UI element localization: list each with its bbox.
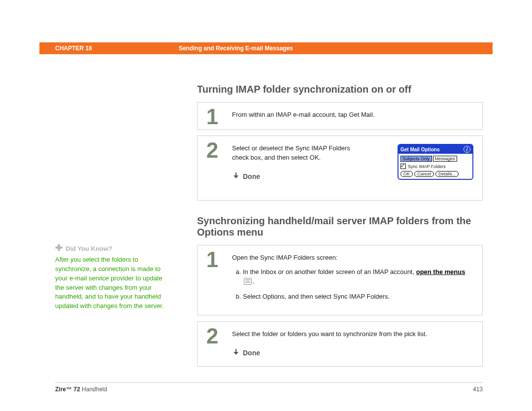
step-body: Select or deselect the Sync IMAP Folders… (232, 144, 355, 163)
product-name: Zire™ 72 Handheld (55, 386, 107, 393)
done-indicator: Done (232, 348, 473, 358)
gmo-sync-imap-checkbox[interactable]: Sync IMAP Folders (400, 164, 470, 169)
substep-a: In the Inbox or on another folder screen… (243, 268, 473, 286)
product-name-rest: Handheld (80, 386, 107, 393)
chapter-header: CHAPTER 18 Sending and Receiving E-mail … (39, 42, 493, 54)
section-b-step-2: 2 Select the folder or folders you want … (197, 321, 483, 366)
gmo-tab-subjects-only[interactable]: Subjects Only (400, 156, 432, 162)
step-body: From within an IMAP e-mail account, tap … (227, 103, 482, 129)
section-a-step-1: 1 From within an IMAP e-mail account, ta… (197, 102, 483, 130)
checkbox-icon (400, 164, 406, 169)
section-a-step-2: 2 Select or deselect the Sync IMAP Folde… (197, 136, 483, 201)
did-you-know-body: After you select the folders to synchron… (55, 255, 168, 311)
step-number: 1 (198, 245, 227, 315)
gmo-details-button[interactable]: Details... (435, 171, 459, 177)
section-a-title: Turning IMAP folder synchronization on o… (197, 84, 483, 95)
gmo-title: Get Mail Options (400, 147, 439, 152)
did-you-know-label: Did You Know? (66, 244, 112, 254)
substep-b: Select Options, and then select Sync IMA… (243, 292, 473, 302)
menu-icon (244, 278, 252, 285)
done-label: Done (243, 348, 260, 358)
step-body: Select the folder or folders you want to… (232, 330, 473, 339)
gmo-checkbox-label: Sync IMAP Folders (408, 164, 446, 169)
did-you-know-sidebar: ✚ Did You Know? After you select the fol… (55, 241, 168, 311)
product-name-bold: Zire™ 72 (55, 386, 80, 393)
step-number: 1 (198, 103, 227, 129)
gmo-cancel-button[interactable]: Cancel (414, 171, 434, 177)
page-footer: Zire™ 72 Handheld 413 (55, 382, 483, 393)
step-number: 2 (198, 136, 227, 200)
gmo-tab-messages[interactable]: Messages (433, 156, 457, 162)
chapter-label: CHAPTER 18 (55, 45, 92, 52)
info-icon[interactable]: i (464, 146, 470, 153)
plus-icon: ✚ (55, 241, 63, 254)
arrow-down-icon (232, 172, 240, 180)
gmo-ok-button[interactable]: OK (400, 171, 413, 177)
substep-a-text: In the Inbox or on another folder screen… (243, 268, 416, 275)
open-the-menus-link[interactable]: open the menus (416, 268, 466, 275)
done-label: Done (243, 171, 260, 181)
chapter-title: Sending and Receiving E-mail Messages (179, 45, 293, 52)
section-b-title: Synchronizing handheld/mail server IMAP … (197, 215, 483, 238)
section-b-step-1: 1 Open the Sync IMAP Folders screen: In … (197, 245, 483, 315)
step-number: 2 (198, 322, 227, 366)
arrow-down-icon (232, 349, 240, 357)
get-mail-options-dialog: Get Mail Options i Subjects Only Message… (398, 144, 473, 180)
step-intro: Open the Sync IMAP Folders screen: (232, 253, 473, 263)
page-number: 413 (473, 386, 483, 393)
